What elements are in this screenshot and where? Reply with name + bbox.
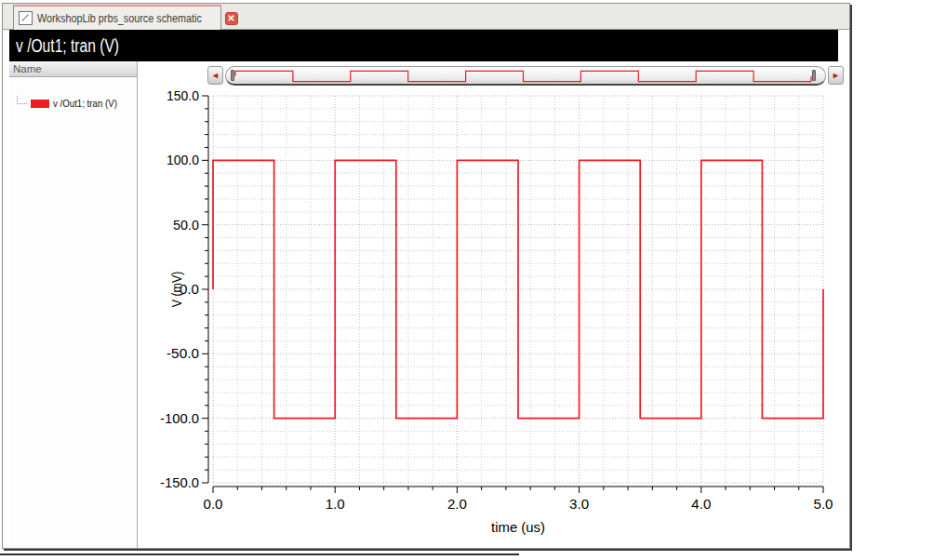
overview-left-grip[interactable] bbox=[231, 70, 234, 81]
waveform-window-icon bbox=[19, 11, 33, 25]
waveform-viewer-window: WorkshopLib prbs_source schematic ✕ v /O… bbox=[2, 3, 850, 549]
svg-text:5.0: 5.0 bbox=[814, 497, 833, 512]
tab-workshoplib-prbs-source[interactable]: WorkshopLib prbs_source schematic ✕ bbox=[13, 5, 221, 30]
plot-panel: -150.0-100.0-50.00.050.0100.0150.00.01.0… bbox=[139, 61, 849, 548]
x-axis-label: time (us) bbox=[491, 519, 545, 535]
overview-mini-waveform bbox=[226, 67, 825, 85]
axes bbox=[202, 96, 823, 493]
svg-text:150.0: 150.0 bbox=[167, 88, 199, 103]
signal-title: v /Out1; tran (V) bbox=[9, 35, 119, 57]
signal-sidebar: Name v /Out1; tran (V) bbox=[9, 61, 138, 548]
overview-scroll-left-button[interactable]: ◄ bbox=[207, 66, 223, 85]
tab-close-button[interactable]: ✕ bbox=[225, 12, 238, 25]
svg-text:0.0: 0.0 bbox=[204, 497, 223, 512]
legend-label: v /Out1; tran (V) bbox=[53, 98, 117, 109]
svg-text:-150.0: -150.0 bbox=[160, 475, 199, 490]
overview-right-grip[interactable] bbox=[812, 70, 816, 81]
trace-vout1[interactable] bbox=[213, 160, 823, 418]
mini-trace bbox=[235, 71, 811, 81]
content-area: Name v /Out1; tran (V) -150.0-100.0-50.0… bbox=[3, 61, 849, 548]
tab-bar: WorkshopLib prbs_source schematic ✕ bbox=[3, 4, 849, 30]
svg-text:1.0: 1.0 bbox=[326, 497, 345, 512]
trace-color-swatch bbox=[31, 100, 49, 108]
y-axis-label: V (mV) bbox=[168, 272, 184, 308]
svg-text:-100.0: -100.0 bbox=[160, 411, 199, 426]
tick-labels: -150.0-100.0-50.00.050.0100.0150.00.01.0… bbox=[160, 88, 833, 535]
outer-frame-edge bbox=[0, 553, 519, 555]
svg-text:-50.0: -50.0 bbox=[167, 346, 199, 361]
signal-header-bar: v /Out1; tran (V) bbox=[9, 30, 838, 61]
svg-text:4.0: 4.0 bbox=[691, 497, 711, 512]
svg-text:50.0: 50.0 bbox=[173, 218, 199, 233]
svg-text:2.0: 2.0 bbox=[447, 497, 467, 512]
triangle-left-icon: ◄ bbox=[211, 71, 220, 80]
overview-scrollbar[interactable] bbox=[225, 66, 826, 86]
tab-title: WorkshopLib prbs_source schematic bbox=[37, 12, 202, 25]
svg-text:100.0: 100.0 bbox=[167, 153, 199, 167]
overview-scroll-right-button[interactable]: ► bbox=[828, 66, 844, 85]
tree-branch-icon bbox=[17, 96, 27, 104]
legend-item-vout1[interactable]: v /Out1; tran (V) bbox=[17, 98, 137, 109]
plot-area[interactable]: -150.0-100.0-50.00.050.0100.0150.00.01.0… bbox=[139, 61, 849, 548]
name-column-header: Name bbox=[9, 61, 137, 77]
triangle-right-icon: ► bbox=[832, 71, 840, 80]
svg-text:3.0: 3.0 bbox=[569, 497, 589, 512]
